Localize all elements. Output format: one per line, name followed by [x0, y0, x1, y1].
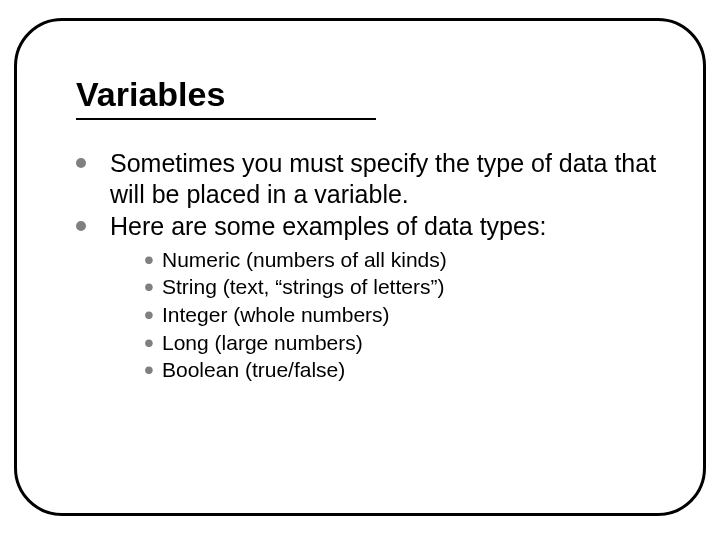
subbullet-item: Long (large numbers) — [144, 329, 670, 357]
bullet-item: Sometimes you must specify the type of d… — [76, 148, 670, 209]
slide-title: Variables — [76, 75, 670, 114]
subbullet-item: String (text, “strings of letters”) — [144, 273, 670, 301]
title-underline — [76, 118, 376, 120]
subbullet-item: Numeric (numbers of all kinds) — [144, 246, 670, 274]
subbullet-item: Integer (whole numbers) — [144, 301, 670, 329]
bullet-item: Here are some examples of data types: — [76, 211, 670, 242]
bullet-list-level1: Sometimes you must specify the type of d… — [76, 148, 670, 242]
slide-content: Variables Sometimes you must specify the… — [76, 75, 670, 384]
bullet-list-level2: Numeric (numbers of all kinds) String (t… — [144, 246, 670, 385]
subbullet-item: Boolean (true/false) — [144, 356, 670, 384]
